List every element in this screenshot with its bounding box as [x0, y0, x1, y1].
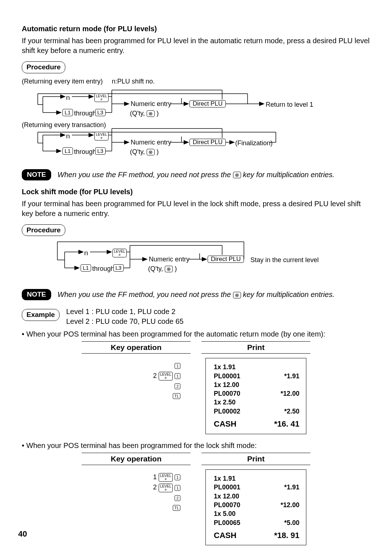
- key-tl-b: TL: [173, 505, 180, 511]
- r1-total: *16. 41: [274, 419, 299, 429]
- keyop-print-block-1: Key operation 1 2 LEVEL# 1 2 TL Print 1x…: [22, 341, 370, 434]
- l3-key-icon-3: L3: [113, 264, 124, 272]
- r1-l6a: PL00002: [214, 407, 240, 416]
- r2-l4a: PL00070: [214, 501, 240, 509]
- direct-plu-box-3: Direct PLU: [208, 256, 244, 263]
- keyop-print-block-2: Key operation 1 LEVEL# 1 2 LEVEL# 1 2 TL…: [22, 453, 370, 546]
- procedure-pill-2: Procedure: [22, 224, 65, 236]
- flow-diagram-lock-shift: n LEVEL# L1 through L3 Numeric entry (Q'…: [22, 240, 370, 284]
- n-label-3: n: [84, 248, 88, 258]
- r2-l2a: PL00001: [214, 483, 240, 492]
- key-1b: 1: [175, 373, 180, 379]
- print-header-2: Print: [201, 453, 310, 465]
- stay-level-label: Stay in the current level: [250, 256, 319, 264]
- keyop-header: Key operation: [82, 341, 191, 354]
- level-hash-key-icon-k2b: LEVEL#: [159, 484, 173, 492]
- receipt-2: 1x 1.91 PL00001*1.91 1x 12.00 PL00070*12…: [205, 469, 306, 545]
- return-level1-label: Return to level 1: [266, 100, 313, 109]
- multiply-key-icon-note-2: ⊗: [233, 292, 241, 298]
- r2-cash: CASH: [214, 530, 236, 541]
- r2-l2b: *1.91: [284, 483, 299, 492]
- num-1b: 1: [153, 473, 157, 481]
- level-hash-key-icon-2: LEVEL#: [94, 132, 109, 140]
- returning-transaction-label: (Returning every transaction): [22, 121, 106, 129]
- note-2: NOTE When you use the FF method, you nee…: [22, 289, 370, 300]
- level-hash-key-icon-k1: LEVEL#: [159, 372, 173, 380]
- r2-l3: 1x 12.00: [214, 492, 299, 501]
- example-line1: Level 1 : PLU code 1, PLU code 2: [66, 307, 184, 317]
- l1-key-icon-3: L1: [81, 264, 91, 272]
- bullet-lock-shift: • When your POS terminal has been progra…: [22, 441, 370, 451]
- r2-l6a: PL00065: [214, 518, 240, 527]
- qty-label-3: (Q'ty,: [148, 265, 163, 272]
- section-heading-auto-return: Automatic return mode (for PLU levels): [22, 24, 370, 34]
- key-1: 1: [175, 363, 180, 369]
- level-hash-key-icon-3: LEVEL#: [113, 249, 127, 257]
- note-text-after: key for multiplication entries.: [243, 171, 334, 179]
- multiply-key-icon-note: ⊗: [233, 172, 241, 178]
- finalization-label: (Finalization): [235, 139, 273, 147]
- bullet-auto-return: • When your POS terminal has been progra…: [22, 329, 370, 339]
- r1-l6b: *2.50: [284, 407, 299, 416]
- key-2: 2: [175, 383, 180, 389]
- r1-l4a: PL00070: [214, 389, 240, 398]
- l1-key-icon-2: L1: [62, 147, 73, 155]
- numeric-entry-label-2: Numeric entry: [131, 138, 171, 147]
- direct-plu-box: Direct PLU: [189, 100, 226, 107]
- note-text-before-2: When you use the FF method, you need not…: [57, 290, 231, 298]
- through-label-3: through: [92, 264, 114, 273]
- key-1d: 1: [175, 485, 180, 491]
- key-2b: 2: [175, 495, 180, 501]
- multiply-key-icon-2: ⊗: [147, 149, 155, 155]
- r1-l2a: PL00001: [214, 372, 240, 380]
- key-tl: TL: [173, 393, 180, 399]
- example-line2: Level 2 : PLU code 70, PLU code 65: [66, 317, 184, 326]
- note-text-after-2: key for multiplication entries.: [243, 290, 334, 298]
- key-1c: 1: [175, 474, 180, 480]
- r1-cash: CASH: [214, 419, 236, 429]
- l1-key-icon: L1: [62, 109, 73, 116]
- r2-l5: 1x 5.00: [214, 509, 299, 518]
- r1-l2b: *1.91: [284, 372, 299, 380]
- level-hash-key-icon-k2a: LEVEL#: [159, 473, 173, 482]
- nplu-label: n:PLU shift no.: [112, 78, 155, 85]
- section-para-lock-shift: If your terminal has been programmed for…: [22, 199, 370, 219]
- section-para-auto-return: If your terminal has been programmed for…: [22, 36, 370, 56]
- note-text-before: When you use the FF method, you need not…: [57, 171, 231, 179]
- n-label: n: [66, 93, 70, 102]
- multiply-key-icon-3: ⊗: [165, 266, 173, 272]
- l3-key-icon-2: L3: [95, 147, 106, 155]
- level-hash-key-icon: LEVEL#: [94, 93, 109, 102]
- qty-close: ): [156, 110, 159, 117]
- example-pill: Example: [22, 309, 60, 321]
- direct-plu-box-2: Direct PLU: [189, 139, 226, 146]
- multiply-key-icon: ⊗: [147, 110, 155, 117]
- numeric-entry-label: Numeric entry: [131, 99, 171, 108]
- through-label-2: through: [74, 147, 96, 156]
- receipt-1: 1x 1.91 PL00001*1.91 1x 12.00 PL00070*12…: [205, 358, 306, 434]
- r2-l4b: *12.00: [281, 501, 299, 509]
- note-badge-2: NOTE: [22, 289, 51, 300]
- keyops-body-2: 1 LEVEL# 1 2 LEVEL# 1 2 TL: [82, 465, 191, 520]
- note-badge: NOTE: [22, 169, 51, 180]
- qty-close-2: ): [156, 148, 159, 155]
- r2-total: *18. 91: [274, 530, 299, 541]
- r1-l1: 1x 1.91: [214, 363, 299, 371]
- n-label-2: n: [66, 131, 70, 141]
- page-number: 40: [18, 529, 27, 539]
- flow-diagram-auto-return: n LEVEL# L1 through L3 Numeric entry (Q'…: [22, 88, 370, 164]
- note-1: NOTE When you use the FF method, you nee…: [22, 169, 370, 180]
- print-header: Print: [201, 341, 310, 354]
- keyop-header-2: Key operation: [82, 453, 191, 465]
- num-2b: 2: [153, 484, 157, 491]
- section-heading-lock-shift: Lock shift mode (for PLU levels): [22, 187, 370, 197]
- r1-l3: 1x 12.00: [214, 380, 299, 389]
- qty-label-2: (Q'ty,: [130, 148, 145, 155]
- r2-l1: 1x 1.91: [214, 474, 299, 483]
- r1-l4b: *12.00: [281, 389, 299, 398]
- numeric-entry-label-3: Numeric entry: [149, 255, 189, 264]
- num-2: 2: [153, 372, 157, 379]
- l3-key-icon: L3: [95, 109, 106, 116]
- qty-close-3: ): [175, 265, 177, 272]
- r1-l5: 1x 2.50: [214, 398, 299, 407]
